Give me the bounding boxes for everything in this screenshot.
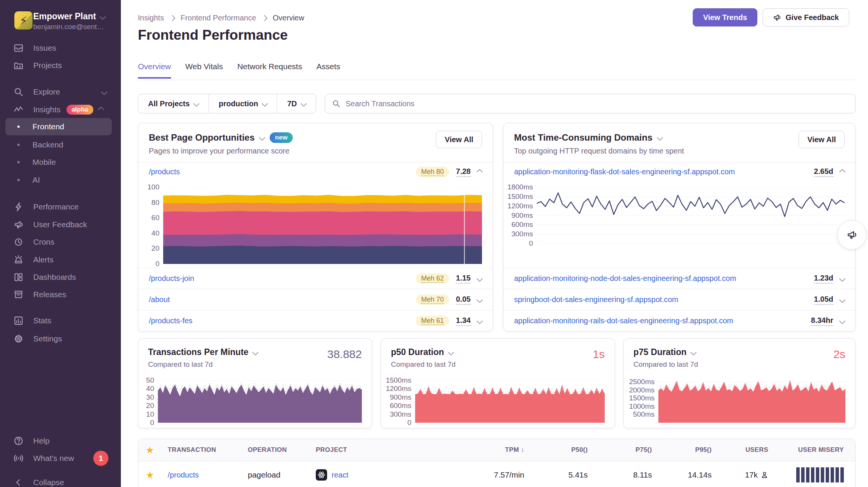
give-feedback-button[interactable]: Give Feedback xyxy=(763,8,849,26)
page-link[interactable]: /products-join xyxy=(149,274,194,283)
sidebar-item-ai[interactable]: AI xyxy=(0,171,121,189)
chevron-down-icon[interactable] xyxy=(657,135,663,141)
sidebar-item-projects[interactable]: Projects xyxy=(0,57,121,74)
col-p95[interactable]: P95() xyxy=(663,446,723,454)
environment-filter[interactable]: production xyxy=(209,94,277,113)
sidebar-item-explore[interactable]: Explore xyxy=(0,83,121,101)
col-p75[interactable]: P75() xyxy=(599,446,663,454)
sidebar-item-settings[interactable]: Settings xyxy=(0,330,121,347)
tabs-divider xyxy=(138,80,856,80)
opportunity-value[interactable]: 1.34 xyxy=(456,316,471,326)
sidebar-item-crons[interactable]: Crons xyxy=(0,233,121,251)
view-trends-button[interactable]: View Trends xyxy=(693,8,757,26)
megaphone-icon xyxy=(14,220,23,230)
page-link[interactable]: /about xyxy=(149,295,170,304)
sidebar-item-alerts[interactable]: Alerts xyxy=(0,251,121,268)
sidebar: ⚡ Empower Plant benjamin.coe@sent… Issue… xyxy=(0,0,121,487)
chevron-down-icon[interactable] xyxy=(477,296,483,303)
time-spent-value[interactable]: 2.65d xyxy=(814,167,833,177)
project-filter[interactable]: All Projects xyxy=(138,94,209,113)
sidebar-item-whats-new[interactable]: What's new 1 xyxy=(0,450,121,467)
col-tpm[interactable]: TPM ↓ xyxy=(472,446,536,454)
chevron-down-icon[interactable] xyxy=(839,318,846,324)
tab-assets[interactable]: Assets xyxy=(317,62,340,79)
star-icon[interactable]: ★ xyxy=(146,445,154,455)
domain-link[interactable]: springboot-dot-sales-engineering-sf.apps… xyxy=(514,295,678,304)
org-switcher[interactable]: ⚡ Empower Plant benjamin.coe@sent… xyxy=(0,0,121,42)
domain-row-flask: application-monitoring-flask-dot-sales-e… xyxy=(504,162,855,181)
domain-link[interactable]: application-monitoring-flask-dot-sales-e… xyxy=(514,168,735,176)
view-all-button[interactable]: View All xyxy=(436,131,482,148)
col-p50[interactable]: P50() xyxy=(536,446,599,454)
p75-cell: 8.11s xyxy=(599,470,663,479)
score-badge[interactable]: Meh 61 xyxy=(416,316,449,326)
bullet-icon xyxy=(17,144,20,146)
chevron-up-icon[interactable] xyxy=(477,169,483,175)
tab-network-requests[interactable]: Network Requests xyxy=(237,62,302,79)
area-chart[interactable] xyxy=(658,375,845,423)
sidebar-item-mobile[interactable]: Mobile xyxy=(0,154,121,171)
chevron-down-icon[interactable] xyxy=(252,349,258,355)
sidebar-item-collapse[interactable]: Collapse xyxy=(0,474,121,487)
project-link[interactable]: react xyxy=(332,471,348,479)
col-users[interactable]: USERS xyxy=(723,446,780,454)
page-link[interactable]: /products-fes xyxy=(149,316,193,325)
score-badge[interactable]: Meh 80 xyxy=(416,167,449,177)
transaction-link[interactable]: /products xyxy=(168,471,199,479)
stacked-area-chart[interactable] xyxy=(163,187,482,264)
chevron-down-icon[interactable] xyxy=(259,135,266,141)
time-spent-value[interactable]: 1.05d xyxy=(814,295,833,305)
col-user-misery[interactable]: USER MISERY xyxy=(780,446,855,454)
chevron-down-icon[interactable] xyxy=(477,318,483,324)
col-operation[interactable]: OPERATION xyxy=(242,446,310,454)
sidebar-item-performance[interactable]: Performance xyxy=(0,198,121,216)
sidebar-item-label: Projects xyxy=(33,61,62,70)
y-axis-labels: 1800ms1500ms1200ms900ms600ms300ms0 xyxy=(507,187,537,244)
area-chart[interactable] xyxy=(158,380,362,423)
sidebar-item-backend[interactable]: Backend xyxy=(0,136,121,154)
date-range-filter[interactable]: 7D xyxy=(277,94,316,113)
view-all-button[interactable]: View All xyxy=(798,131,845,148)
star-icon[interactable]: ★ xyxy=(146,470,154,480)
search-icon xyxy=(332,99,340,108)
sidebar-item-stats[interactable]: Stats xyxy=(0,312,121,329)
chevron-down-icon[interactable] xyxy=(690,349,697,355)
chevron-down-icon[interactable] xyxy=(477,275,483,282)
operation-cell: pageload xyxy=(242,470,310,479)
chevron-down-icon[interactable] xyxy=(448,349,454,355)
score-badge[interactable]: Meh 62 xyxy=(416,273,449,284)
sidebar-item-releases[interactable]: Releases xyxy=(0,286,121,303)
col-project[interactable]: PROJECT xyxy=(310,446,472,454)
sidebar-item-insights[interactable]: Insights alpha xyxy=(0,101,121,118)
domain-link[interactable]: application-monitoring-node-dot-sales-en… xyxy=(514,274,736,283)
breadcrumb-insights[interactable]: Insights xyxy=(138,14,164,22)
page-link[interactable]: /products xyxy=(149,168,180,176)
p50-cell: 5.41s xyxy=(536,470,599,479)
tab-web-vitals[interactable]: Web Vitals xyxy=(185,62,223,79)
area-chart[interactable] xyxy=(415,380,605,423)
y-axis-labels: 2500ms2000ms1500ms1000ms500ms xyxy=(626,375,658,423)
floating-feedback-button[interactable] xyxy=(837,220,866,250)
time-spent-value[interactable]: 1.23d xyxy=(814,274,833,284)
opportunity-value[interactable]: 7.28 xyxy=(456,167,471,177)
col-transaction[interactable]: TRANSACTION xyxy=(162,446,242,454)
chevron-down-icon[interactable] xyxy=(839,275,846,282)
breadcrumb-frontend-performance[interactable]: Frontend Performance xyxy=(181,14,256,22)
tab-overview[interactable]: Overview xyxy=(138,62,171,79)
sidebar-item-help[interactable]: Help xyxy=(0,432,121,450)
score-badge[interactable]: Meh 70 xyxy=(416,295,449,305)
lightning-icon xyxy=(14,202,23,212)
sidebar-item-dashboards[interactable]: Dashboards xyxy=(0,268,121,286)
sidebar-item-frontend[interactable]: Frontend xyxy=(5,118,112,135)
sidebar-item-user-feedback[interactable]: User Feedback xyxy=(0,216,121,233)
line-chart[interactable] xyxy=(537,187,845,244)
opportunity-value[interactable]: 1.15 xyxy=(456,274,471,284)
domain-link[interactable]: application-monitoring-rails-dot-sales-e… xyxy=(514,316,733,325)
chevron-down-icon[interactable] xyxy=(839,296,846,303)
sidebar-item-issues[interactable]: Issues xyxy=(0,39,121,57)
search-input[interactable] xyxy=(345,99,848,109)
chevron-up-icon[interactable] xyxy=(839,169,846,175)
opportunity-value[interactable]: 0.05 xyxy=(456,295,471,305)
time-spent-value[interactable]: 8.34hr xyxy=(811,316,833,326)
card-subtitle: Compared to last 7d xyxy=(633,360,845,369)
